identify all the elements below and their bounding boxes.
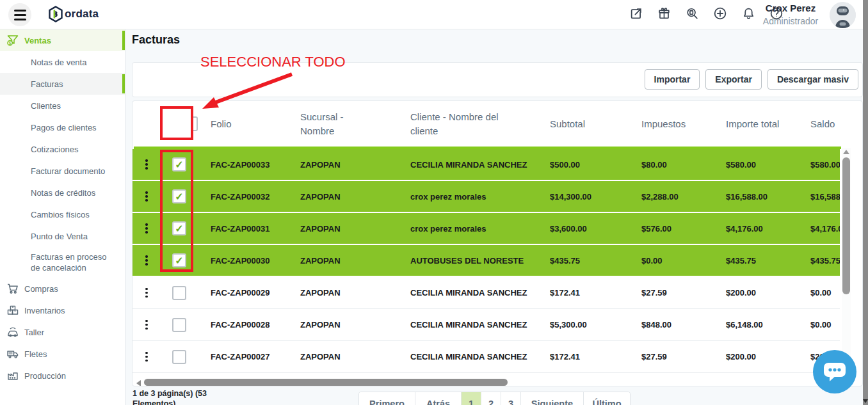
sidebar-section-fletes[interactable]: Fletes [0, 343, 125, 365]
pagination-prev-button[interactable]: Atrás [415, 392, 462, 405]
cell-sucursal: ZAPOPAN [287, 192, 398, 202]
cell-cliente: CECILIA MIRANDA SANCHEZ [398, 160, 537, 170]
page-title: Facturas [132, 33, 180, 47]
cell-importe-total: $200.00 [713, 352, 803, 361]
table-row[interactable]: ✓ FAC-ZAP00033 ZAPOPAN CECILIA MIRANDA S… [133, 149, 840, 181]
sidebar-section-ventas[interactable]: $ Ventas [0, 29, 125, 51]
sidebar-item-facturas-en-proceso[interactable]: Facturas en proceso de cancelación [0, 247, 125, 278]
cell-subtotal: $14,300.00 [537, 192, 629, 202]
pagination-last-button[interactable]: Último [584, 392, 630, 405]
user-info: Crox Perez Administrador [759, 1, 823, 27]
chat-button[interactable] [813, 350, 856, 393]
pagination-page-1-button[interactable]: 1 [462, 392, 481, 405]
cell-impuestos: $2,288.00 [629, 192, 713, 202]
cell-impuestos: $27.59 [629, 352, 713, 361]
cell-saldo: $0.00 [803, 288, 840, 298]
row-menu-icon[interactable] [133, 320, 161, 330]
sidebar-section-taller[interactable]: Taller [0, 321, 125, 343]
row-checkbox[interactable]: ✓ [172, 318, 186, 332]
import-button[interactable]: Importar [645, 69, 700, 90]
table-horizontal-scrollbar[interactable] [136, 379, 837, 386]
cell-subtotal: $5,300.00 [537, 320, 629, 330]
annotation-seleccionar-todo: SELECCIONAR TODO [200, 54, 346, 70]
factory-icon [6, 369, 19, 382]
sidebar-section-compras[interactable]: Compras [0, 278, 125, 299]
column-header-importe-total: Importe total [713, 117, 803, 131]
svg-text:$: $ [9, 41, 12, 46]
cell-importe-total: $16,588.00 [713, 192, 803, 202]
cell-impuestos: $576.00 [629, 224, 713, 234]
bulk-download-button[interactable]: Descargar masiv [768, 69, 858, 90]
scroll-down-arrow-icon[interactable] [863, 399, 868, 403]
row-checkbox[interactable]: ✓ [172, 286, 186, 300]
pagination-next-button[interactable]: Siguiente [521, 392, 584, 405]
sidebar-item-facturar-documento[interactable]: Facturar documento [0, 160, 125, 182]
sidebar-item-cambios-fisicos[interactable]: Cambios físicos [0, 203, 125, 225]
cell-saldo: $4,176.00 [803, 224, 840, 234]
pagination-page-2-button[interactable]: 2 [481, 392, 501, 405]
cell-subtotal: $3,600.00 [537, 224, 629, 234]
sidebar-section-inventarios[interactable]: Inventarios [0, 299, 125, 321]
row-menu-icon[interactable] [133, 288, 161, 298]
cell-importe-total: $6,148.00 [713, 320, 803, 330]
cell-impuestos: $80.00 [629, 160, 713, 170]
table-row[interactable]: ✓ FAC-ZAP00032 ZAPOPAN crox perez morale… [133, 181, 840, 213]
external-link-icon[interactable] [627, 5, 644, 22]
cell-folio: FAC-ZAP00029 [198, 288, 287, 298]
table-horizontal-scrollbar-thumb[interactable] [144, 379, 508, 386]
hamburger-menu-icon[interactable] [8, 3, 31, 26]
row-menu-icon[interactable] [133, 255, 161, 265]
cell-subtotal: $435.75 [537, 256, 629, 266]
page-scrollbar[interactable] [863, 0, 868, 405]
bell-icon[interactable] [740, 5, 757, 22]
chat-bubble-icon [822, 360, 848, 383]
sidebar-item-notas-de-creditos[interactable]: Notas de créditos [0, 182, 125, 203]
column-header-saldo: Saldo [803, 117, 861, 131]
cell-cliente: crox perez morales [398, 224, 537, 234]
table-row[interactable]: ✓ FAC-ZAP00029 ZAPOPAN CECILIA MIRANDA S… [133, 277, 840, 309]
cell-importe-total: $580.00 [713, 160, 803, 170]
sidebar-item-notas-de-venta[interactable]: Notas de venta [0, 51, 125, 73]
annotation-box-selected-rows [160, 150, 193, 272]
cell-sucursal: ZAPOPAN [287, 352, 398, 361]
cell-cliente: crox perez morales [398, 192, 537, 202]
table-row[interactable]: ✓ FAC-ZAP00030 ZAPOPAN AUTOBUSES DEL NOR… [133, 245, 840, 277]
cell-subtotal: $172.41 [537, 288, 629, 298]
row-checkbox[interactable]: ✓ [172, 350, 186, 364]
pagination-page-3-button[interactable]: 3 [501, 392, 521, 405]
row-menu-icon[interactable] [133, 191, 161, 201]
table-row[interactable]: ✓ FAC-ZAP00028 ZAPOPAN CECILIA MIRANDA S… [133, 309, 840, 341]
cell-saldo: $16,588.00 [803, 192, 840, 202]
cell-folio: FAC-ZAP00028 [198, 320, 287, 330]
cell-impuestos: $27.59 [629, 288, 713, 298]
sidebar-section-produccion[interactable]: Producción [0, 365, 125, 386]
sidebar-item-punto-de-venta[interactable]: Punto de Venta [0, 225, 125, 247]
cell-cliente: CECILIA MIRANDA SANCHEZ [398, 352, 537, 361]
sidebar-item-facturas[interactable]: Facturas [0, 73, 125, 95]
gift-icon[interactable] [655, 5, 672, 22]
row-menu-icon[interactable] [133, 352, 161, 361]
column-header-subtotal: Subtotal [537, 117, 629, 131]
cell-saldo: $0.00 [803, 320, 840, 330]
cell-saldo: $435.75 [803, 256, 840, 266]
cart-icon [6, 282, 19, 295]
scroll-left-arrow-icon[interactable] [136, 380, 141, 386]
pagination-first-button[interactable]: Primero [359, 392, 415, 405]
row-menu-icon[interactable] [133, 223, 161, 233]
sidebar-item-clientes[interactable]: Clientes [0, 95, 125, 116]
cell-subtotal: $500.00 [537, 160, 629, 170]
scroll-up-arrow-icon[interactable] [843, 150, 849, 154]
app-logo: ordata [48, 6, 99, 22]
avatar[interactable] [830, 2, 856, 28]
export-button[interactable]: Exportar [705, 69, 762, 90]
search-document-icon[interactable] [684, 5, 700, 22]
table-vertical-scrollbar-thumb[interactable] [842, 157, 850, 294]
plus-circle-icon[interactable] [712, 5, 728, 22]
cell-folio: FAC-ZAP00033 [198, 160, 287, 170]
pagination-summary: 1 de 3 página(s) (53 Elementos) [133, 388, 232, 405]
table-row[interactable]: ✓ FAC-ZAP00027 ZAPOPAN CECILIA MIRANDA S… [133, 341, 840, 373]
row-menu-icon[interactable] [133, 159, 161, 169]
table-row[interactable]: ✓ FAC-ZAP00031 ZAPOPAN crox perez morale… [133, 213, 840, 245]
sidebar-item-pagos-de-clientes[interactable]: Pagos de clientes [0, 116, 125, 138]
sidebar-item-cotizaciones[interactable]: Cotizaciones [0, 138, 125, 160]
